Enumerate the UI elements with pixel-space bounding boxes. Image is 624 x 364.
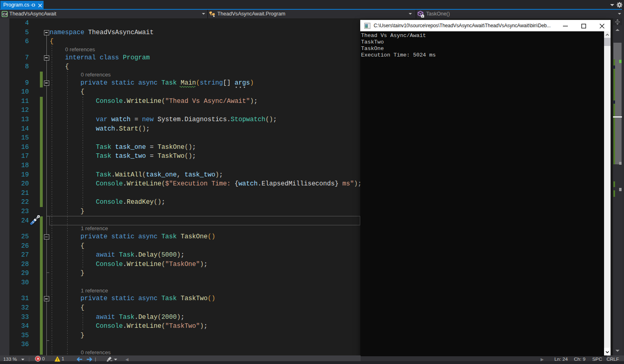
svg-text:C#: C# — [2, 12, 7, 16]
